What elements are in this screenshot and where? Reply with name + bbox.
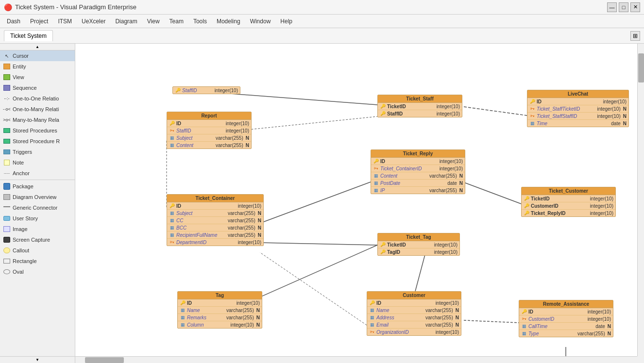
col-name: Name bbox=[376, 308, 424, 313]
horizontal-scrollbar-thumb[interactable] bbox=[85, 357, 124, 363]
sidebar-item-anchor[interactable]: ····· Anchor bbox=[0, 168, 75, 179]
col-type: varchar(255) bbox=[216, 135, 243, 141]
menu-itsm[interactable]: ITSM bbox=[53, 16, 77, 27]
sidebar-item-generic-connector[interactable]: Generic Connector bbox=[0, 202, 75, 213]
minimize-button[interactable]: — bbox=[607, 2, 617, 12]
entity-staffid-partial[interactable]: 🔑 StaffID integer(10) bbox=[172, 86, 240, 94]
view-icon bbox=[3, 73, 11, 81]
sidebar-item-user-story[interactable]: User Story bbox=[0, 213, 75, 224]
col-name: BCC bbox=[176, 225, 226, 231]
sidebar-connector-label: Generic Connector bbox=[13, 205, 57, 211]
nullable: N bbox=[256, 315, 260, 320]
col-type: integer(10) bbox=[238, 203, 261, 209]
col-name: DepartmentID bbox=[176, 240, 237, 245]
entity-ticket-customer[interactable]: Ticket_Customer 🔑 TicketID integer(10) 🔑… bbox=[521, 187, 616, 217]
sidebar-item-image[interactable]: Image bbox=[0, 224, 75, 234]
sidebar-item-cursor[interactable]: ↖ Cursor bbox=[0, 50, 75, 61]
col-name: Name bbox=[187, 308, 225, 313]
menu-help[interactable]: Help bbox=[275, 16, 297, 27]
diagram-tab[interactable]: Ticket System bbox=[4, 30, 53, 41]
fk-icon: 🗝 bbox=[369, 329, 375, 335]
layout-button[interactable]: ⊞ bbox=[630, 31, 640, 41]
sidebar-item-stored-procedure-r[interactable]: Stored Procedure R bbox=[0, 136, 75, 147]
col-name: CC bbox=[176, 218, 226, 223]
sidebar-anchor-label: Anchor bbox=[13, 170, 30, 176]
sidebar-spr-label: Stored Procedure R bbox=[13, 138, 60, 144]
entity-tag[interactable]: Tag 🔑 ID integer(10) ▦ Name varchar(255)… bbox=[177, 291, 262, 329]
col-type: integer(10) bbox=[238, 240, 261, 245]
col-type: varchar(255) bbox=[228, 211, 255, 216]
sidebar-item-stored-procedures[interactable]: Stored Procedures bbox=[0, 125, 75, 136]
menu-diagram[interactable]: Diagram bbox=[110, 16, 142, 27]
sidebar-item-one-to-one[interactable]: -·:- One-to-One Relatio bbox=[0, 93, 75, 104]
col-icon: ▦ bbox=[369, 322, 375, 328]
entity-remote-assistance[interactable]: Remote_Assistance 🔑 ID integer(10) 🗝 Cus… bbox=[519, 300, 613, 337]
sidebar-item-note[interactable]: Note bbox=[0, 157, 75, 168]
entity-report[interactable]: Report 🔑 ID integer(10) 🗝 StaffID intege… bbox=[167, 112, 252, 149]
sidebar-item-rectangle[interactable]: Rectangle bbox=[0, 256, 75, 266]
horizontal-scrollbar[interactable] bbox=[75, 356, 637, 363]
sidebar-item-diagram-overview[interactable]: Diagram Overview bbox=[0, 192, 75, 202]
menu-window[interactable]: Window bbox=[245, 16, 276, 27]
window-controls[interactable]: — □ ✕ bbox=[607, 2, 640, 12]
menu-modeling[interactable]: Modeling bbox=[212, 16, 245, 27]
col-name: Time bbox=[537, 121, 610, 126]
col-type: integer(10) bbox=[226, 128, 249, 133]
close-button[interactable]: ✕ bbox=[630, 2, 640, 12]
sidebar-item-sequence[interactable]: Sequence bbox=[0, 82, 75, 93]
menu-uexceler[interactable]: UeXceler bbox=[77, 16, 110, 27]
col-type: varchar(255) bbox=[577, 331, 605, 336]
col-name: Ticket_StaffStaffID bbox=[537, 114, 595, 119]
col-type: integer(10) bbox=[437, 111, 460, 116]
col-name: ID bbox=[176, 203, 237, 209]
pk-icon: 🔑 bbox=[524, 203, 529, 209]
sidebar-scroll-up[interactable]: ▲ bbox=[0, 44, 75, 50]
entity-ticket-tag[interactable]: Ticket_Tag 🔑 TicketID integer(10) 🔑 TagI… bbox=[377, 233, 460, 256]
menu-team[interactable]: Team bbox=[165, 16, 188, 27]
sidebar-item-oval[interactable]: Oval bbox=[0, 266, 75, 277]
sidebar-item-one-to-many[interactable]: -·o< One-to-Many Relati bbox=[0, 104, 75, 115]
sidebar-item-triggers[interactable]: Triggers bbox=[0, 147, 75, 157]
col-icon: ▦ bbox=[180, 322, 186, 328]
canvas-area[interactable]: 🔑 StaffID integer(10) Ticket_Staff 🔑 Tic… bbox=[75, 44, 644, 363]
sidebar-item-package[interactable]: Package bbox=[0, 181, 75, 192]
menu-project[interactable]: Project bbox=[25, 16, 53, 27]
entity-ticket-staff[interactable]: Ticket_Staff 🔑 TicketID integer(10) 🔑 St… bbox=[377, 95, 462, 117]
sidebar-item-screen-capture[interactable]: Screen Capture bbox=[0, 234, 75, 245]
entity-livechat[interactable]: LiveChat 🔑 ID integer(10) 🗝 Ticket_Staff… bbox=[527, 90, 629, 127]
col-icon: ▦ bbox=[369, 307, 375, 313]
col-type: integer(10) bbox=[590, 211, 613, 216]
sidebar-item-view[interactable]: View bbox=[0, 72, 75, 82]
entity-ticket-reply[interactable]: Ticket_Reply 🔑 ID integer(10) 🗝 Ticket_C… bbox=[371, 149, 465, 194]
image-icon bbox=[3, 225, 11, 233]
sidebar-scroll-down[interactable]: ▼ bbox=[0, 356, 75, 363]
vertical-scrollbar-thumb[interactable] bbox=[638, 53, 644, 82]
sidebar-item-entity[interactable]: Entity bbox=[0, 61, 75, 72]
entity-customer[interactable]: Customer 🔑 ID integer(10) ▦ Name varchar… bbox=[367, 291, 461, 336]
col-name: Content bbox=[380, 173, 428, 179]
one-to-one-icon: -·:- bbox=[3, 95, 11, 102]
stored-procedures-icon bbox=[3, 127, 11, 134]
menu-tools[interactable]: Tools bbox=[188, 16, 212, 27]
menu-dash[interactable]: Dash bbox=[2, 16, 25, 27]
col-icon: ▦ bbox=[169, 142, 175, 148]
menu-view[interactable]: View bbox=[142, 16, 165, 27]
maximize-button[interactable]: □ bbox=[619, 2, 628, 12]
col-name: CustomerID bbox=[528, 316, 586, 322]
col-name: OrganizationID bbox=[376, 330, 434, 335]
entity-ticket-container[interactable]: Ticket_Container 🔑 ID integer(10) ▦ Subj… bbox=[167, 194, 264, 246]
col-type: date bbox=[611, 121, 620, 126]
col-type: varchar(255) bbox=[228, 218, 255, 223]
sidebar-view-label: View bbox=[13, 74, 24, 80]
col-name: ID bbox=[376, 300, 434, 306]
nullable: N bbox=[246, 135, 249, 141]
nullable: N bbox=[459, 188, 463, 193]
col-type: varchar(255) bbox=[216, 143, 243, 148]
sidebar-item-callout[interactable]: Callout bbox=[0, 245, 75, 256]
sidebar-item-many-to-many[interactable]: >o< Many-to-Many Rela bbox=[0, 115, 75, 125]
package-icon bbox=[3, 182, 11, 190]
col-icon: ▦ bbox=[529, 120, 535, 126]
vertical-scrollbar[interactable] bbox=[637, 44, 644, 356]
nullable: N bbox=[256, 308, 260, 313]
col-name: Content bbox=[176, 143, 214, 148]
